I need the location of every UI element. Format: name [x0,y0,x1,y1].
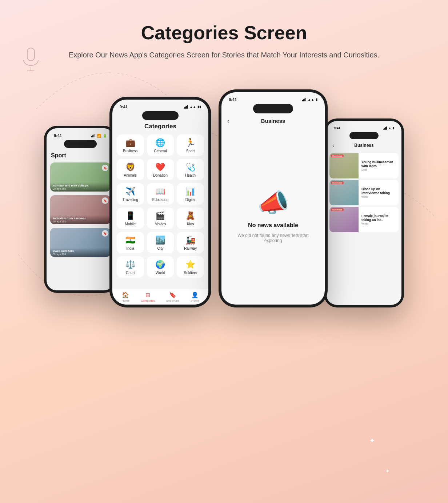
cat-mobile[interactable]: 📱Mobile [117,208,144,229]
biz-card-info: Female journalist taking an int... World [359,207,399,232]
phone-sport: 9:41 📶 🔋 Sport 🔖 [44,126,117,293]
nav-home[interactable]: 🏠 Home [122,291,129,302]
bookmark-icon[interactable]: 🔖 [102,165,108,171]
bookmark-icon[interactable]: 🔖 [102,230,108,237]
screen-header-3: ‹ Business [221,115,325,126]
page-title: Categories Screen [7,22,441,44]
nav-categories[interactable]: ⊞ Categories [141,291,155,302]
sport-card-2: 🔖 interview from a woman 3h ago 295 [50,195,111,224]
no-news-title: No news available [248,222,298,229]
signal-icon [184,105,188,109]
cat-india[interactable]: 🇮🇳India [117,232,144,253]
cat-travelling[interactable]: ✈️Travelling [117,183,144,205]
battery-icon: ▮▮ [197,105,201,109]
wifi-icon: 📶 [97,134,101,138]
cat-kids[interactable]: 🧸Kids [177,208,204,229]
phones-container: 9:41 📶 🔋 Sport 🔖 [0,75,448,322]
signal-icon [302,98,306,101]
bookmark-nav-icon: 🔖 [169,291,176,298]
wifi-icon: ▲▲ [308,98,314,101]
cat-city[interactable]: 🏙️City [147,232,174,253]
nav-profile[interactable]: 👤 Profile [191,291,199,302]
battery-icon: ▮ [393,126,394,130]
phone-business-list: 9:41 ▲ ▮ ‹ Business [324,118,404,307]
battery-icon: ▮ [316,98,317,101]
biz-card-image: Business [329,207,359,232]
phone-business-empty: 9:41 ▲▲ ▮ ‹ Business 📣 [219,89,328,307]
cat-donation[interactable]: ❤️Donation [147,159,174,180]
no-news-icon: 📣 [257,188,289,218]
sparkle-small-icon: ✦ [385,468,390,474]
wifi-icon: ▲ [388,126,391,130]
profile-icon: 👤 [191,291,199,298]
back-button[interactable]: ‹ [332,142,334,148]
cat-world[interactable]: 🌍World [147,256,174,278]
status-bar-3: 9:41 ▲▲ ▮ [221,92,325,104]
biz-card-image: Business [329,153,359,178]
biz-card-info: Young businessman with lapto Delhi [359,153,399,178]
signal-icon [383,126,387,130]
bookmark-icon[interactable]: 🔖 [102,197,108,204]
signal-icon [91,134,95,137]
cat-general[interactable]: 🌐General [147,134,174,156]
biz-card-image: Business [329,180,359,205]
cat-sport[interactable]: 🏃Sport [177,134,204,156]
cat-education[interactable]: 📖Education [147,183,174,205]
wifi-icon: ▲▲ [189,105,196,109]
back-button[interactable]: ‹ [227,118,229,124]
cat-digital[interactable]: 📊Digital [177,183,204,205]
sport-card-3: 🔖 ewed outdoors 3h ago 184 [50,228,111,257]
sport-card-1: 🔖 concept and man collage. 2h ago 250 [50,162,111,192]
status-bar-4: 9:41 ▲ ▮ [327,121,401,132]
categories-title: Categories [112,121,208,132]
mic-icon [22,47,40,73]
nav-bookmark[interactable]: 🔖 Bookmark [166,291,179,302]
cat-railway[interactable]: 🚂Railway [177,232,204,253]
page-subtitle: Explore Our News App's Categories Screen… [7,49,441,60]
categories-grid: 💼Business 🌐General 🏃Sport 🦁Animals ❤️Don… [112,132,208,281]
sparkle-icon: ✦ [369,436,375,445]
biz-cards-container: Business Young businessman with lapto De… [327,150,401,305]
header: Categories Screen Explore Our News App's… [0,0,448,75]
status-bar-1: 9:41 📶 🔋 [47,128,114,140]
biz-card-1[interactable]: Business Young businessman with lapto De… [329,153,399,178]
no-news-container: 📣 No news available We did not found any… [221,126,325,305]
battery-icon: 🔋 [103,134,107,138]
bottom-nav: 🏠 Home ⊞ Categories 🔖 Bookmark 👤 Profile [112,288,208,305]
home-icon: 🏠 [122,291,129,298]
biz-card-3[interactable]: Business Female journalist taking an int… [329,207,399,232]
screen-header-4: ‹ Business [327,140,401,150]
cat-soldiers[interactable]: ⭐Soldiers [177,256,204,278]
biz-card-2[interactable]: Business Close up on interviewee taking … [329,180,399,205]
categories-icon: ⊞ [145,291,150,298]
cat-movies[interactable]: 🎬Movies [147,208,174,229]
biz-card-info: Close up on interviewee taking World [359,180,399,205]
no-news-subtitle: We did not found any news 'lets start ex… [229,233,317,243]
svg-rect-0 [27,48,35,61]
phone-categories: 9:41 ▲▲ ▮▮ Categories 💼Business [109,97,211,307]
cat-animals[interactable]: 🦁Animals [117,159,144,180]
sport-title: Sport [47,149,114,161]
cat-health[interactable]: 🩺Health [177,159,204,180]
cat-business[interactable]: 💼Business [117,134,144,156]
status-bar-2: 9:41 ▲▲ ▮▮ [112,100,208,111]
cat-court[interactable]: ⚖️Court [117,256,144,278]
